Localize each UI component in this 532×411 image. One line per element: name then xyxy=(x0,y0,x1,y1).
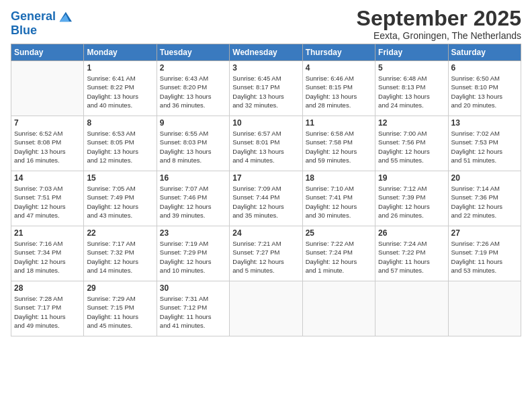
day-info: Sunrise: 6:43 AM Sunset: 8:20 PM Dayligh… xyxy=(160,74,226,109)
day-info: Sunrise: 7:21 AM Sunset: 7:27 PM Dayligh… xyxy=(232,239,299,275)
calendar-cell xyxy=(230,281,302,336)
calendar-cell: 22Sunrise: 7:17 AM Sunset: 7:32 PM Dayli… xyxy=(84,226,157,281)
calendar-cell: 10Sunrise: 6:57 AM Sunset: 8:01 PM Dayli… xyxy=(230,116,302,171)
logo: General Blue xyxy=(11,9,72,38)
day-number: 13 xyxy=(451,118,518,128)
day-number: 27 xyxy=(451,228,518,238)
day-info: Sunrise: 6:53 AM Sunset: 8:05 PM Dayligh… xyxy=(87,129,153,165)
day-info: Sunrise: 7:31 AM Sunset: 7:12 PM Dayligh… xyxy=(160,294,226,330)
day-number: 7 xyxy=(14,118,81,128)
day-info: Sunrise: 6:41 AM Sunset: 8:22 PM Dayligh… xyxy=(87,74,153,109)
calendar-cell: 20Sunrise: 7:14 AM Sunset: 7:36 PM Dayli… xyxy=(448,171,521,226)
day-number: 12 xyxy=(378,118,445,128)
calendar-header-row: SundayMondayTuesdayWednesdayThursdayFrid… xyxy=(11,44,521,61)
calendar-cell xyxy=(448,281,521,336)
header: General Blue September 2025 Eexta, Groni… xyxy=(11,7,521,41)
location: Eexta, Groningen, The Netherlands xyxy=(357,30,521,41)
calendar-cell: 14Sunrise: 7:03 AM Sunset: 7:51 PM Dayli… xyxy=(11,171,84,226)
day-number: 1 xyxy=(87,63,153,73)
calendar-cell: 16Sunrise: 7:07 AM Sunset: 7:46 PM Dayli… xyxy=(157,171,229,226)
day-info: Sunrise: 6:50 AM Sunset: 8:10 PM Dayligh… xyxy=(451,74,518,109)
calendar-cell: 13Sunrise: 7:02 AM Sunset: 7:53 PM Dayli… xyxy=(448,116,521,171)
calendar-cell: 15Sunrise: 7:05 AM Sunset: 7:49 PM Dayli… xyxy=(84,171,157,226)
calendar-cell: 6Sunrise: 6:50 AM Sunset: 8:10 PM Daylig… xyxy=(448,61,521,116)
day-number: 19 xyxy=(378,173,445,183)
calendar-week-3: 14Sunrise: 7:03 AM Sunset: 7:51 PM Dayli… xyxy=(11,171,521,226)
calendar-week-1: 1Sunrise: 6:41 AM Sunset: 8:22 PM Daylig… xyxy=(11,61,521,116)
calendar-table: SundayMondayTuesdayWednesdayThursdayFrid… xyxy=(11,44,521,336)
logo-icon xyxy=(57,9,72,24)
calendar-cell: 18Sunrise: 7:10 AM Sunset: 7:41 PM Dayli… xyxy=(302,171,375,226)
calendar-week-5: 28Sunrise: 7:28 AM Sunset: 7:17 PM Dayli… xyxy=(11,281,521,336)
weekday-header-saturday: Saturday xyxy=(448,44,521,61)
calendar-cell: 17Sunrise: 7:09 AM Sunset: 7:44 PM Dayli… xyxy=(230,171,302,226)
day-info: Sunrise: 7:00 AM Sunset: 7:56 PM Dayligh… xyxy=(378,129,445,165)
day-info: Sunrise: 6:46 AM Sunset: 8:15 PM Dayligh… xyxy=(306,74,372,109)
day-number: 25 xyxy=(306,228,372,238)
calendar-cell: 25Sunrise: 7:22 AM Sunset: 7:24 PM Dayli… xyxy=(302,226,375,281)
calendar-cell: 19Sunrise: 7:12 AM Sunset: 7:39 PM Dayli… xyxy=(375,171,448,226)
day-info: Sunrise: 7:29 AM Sunset: 7:15 PM Dayligh… xyxy=(87,294,153,330)
calendar-cell: 12Sunrise: 7:00 AM Sunset: 7:56 PM Dayli… xyxy=(375,116,448,171)
day-number: 28 xyxy=(14,283,81,293)
day-info: Sunrise: 7:12 AM Sunset: 7:39 PM Dayligh… xyxy=(378,184,445,220)
day-info: Sunrise: 7:10 AM Sunset: 7:41 PM Dayligh… xyxy=(306,184,372,220)
day-info: Sunrise: 6:45 AM Sunset: 8:17 PM Dayligh… xyxy=(232,74,299,109)
title-block: September 2025 Eexta, Groningen, The Net… xyxy=(357,7,521,41)
calendar-cell: 1Sunrise: 6:41 AM Sunset: 8:22 PM Daylig… xyxy=(84,61,157,116)
calendar-week-4: 21Sunrise: 7:16 AM Sunset: 7:34 PM Dayli… xyxy=(11,226,521,281)
day-info: Sunrise: 7:28 AM Sunset: 7:17 PM Dayligh… xyxy=(14,294,81,330)
logo-blue-text: Blue xyxy=(11,24,72,38)
day-info: Sunrise: 7:03 AM Sunset: 7:51 PM Dayligh… xyxy=(14,184,81,220)
weekday-header-sunday: Sunday xyxy=(11,44,84,61)
calendar-cell: 23Sunrise: 7:19 AM Sunset: 7:29 PM Dayli… xyxy=(157,226,229,281)
calendar-cell: 8Sunrise: 6:53 AM Sunset: 8:05 PM Daylig… xyxy=(84,116,157,171)
day-info: Sunrise: 7:05 AM Sunset: 7:49 PM Dayligh… xyxy=(87,184,153,220)
day-number: 4 xyxy=(306,63,372,73)
page-container: General Blue September 2025 Eexta, Groni… xyxy=(0,0,532,342)
month-title: September 2025 xyxy=(357,7,521,30)
day-number: 9 xyxy=(160,118,226,128)
day-number: 16 xyxy=(160,173,226,183)
weekday-header-tuesday: Tuesday xyxy=(157,44,229,61)
day-info: Sunrise: 7:26 AM Sunset: 7:19 PM Dayligh… xyxy=(451,239,518,275)
day-info: Sunrise: 6:57 AM Sunset: 8:01 PM Dayligh… xyxy=(232,129,299,165)
day-number: 10 xyxy=(232,118,299,128)
day-info: Sunrise: 7:19 AM Sunset: 7:29 PM Dayligh… xyxy=(160,239,226,275)
day-info: Sunrise: 7:16 AM Sunset: 7:34 PM Dayligh… xyxy=(14,239,81,275)
calendar-cell: 2Sunrise: 6:43 AM Sunset: 8:20 PM Daylig… xyxy=(157,61,229,116)
day-number: 14 xyxy=(14,173,81,183)
day-number: 2 xyxy=(160,63,226,73)
calendar-cell: 26Sunrise: 7:24 AM Sunset: 7:22 PM Dayli… xyxy=(375,226,448,281)
day-number: 6 xyxy=(451,63,518,73)
day-info: Sunrise: 7:24 AM Sunset: 7:22 PM Dayligh… xyxy=(378,239,445,275)
day-number: 18 xyxy=(306,173,372,183)
day-number: 15 xyxy=(87,173,153,183)
day-number: 17 xyxy=(232,173,299,183)
day-info: Sunrise: 7:02 AM Sunset: 7:53 PM Dayligh… xyxy=(451,129,518,165)
day-info: Sunrise: 7:17 AM Sunset: 7:32 PM Dayligh… xyxy=(87,239,153,275)
day-number: 29 xyxy=(87,283,153,293)
calendar-cell: 28Sunrise: 7:28 AM Sunset: 7:17 PM Dayli… xyxy=(11,281,84,336)
calendar-cell: 27Sunrise: 7:26 AM Sunset: 7:19 PM Dayli… xyxy=(448,226,521,281)
calendar-week-2: 7Sunrise: 6:52 AM Sunset: 8:08 PM Daylig… xyxy=(11,116,521,171)
calendar-cell: 11Sunrise: 6:58 AM Sunset: 7:58 PM Dayli… xyxy=(302,116,375,171)
weekday-header-wednesday: Wednesday xyxy=(230,44,302,61)
day-number: 26 xyxy=(378,228,445,238)
day-info: Sunrise: 6:48 AM Sunset: 8:13 PM Dayligh… xyxy=(378,74,445,109)
calendar-cell: 7Sunrise: 6:52 AM Sunset: 8:08 PM Daylig… xyxy=(11,116,84,171)
calendar-cell: 21Sunrise: 7:16 AM Sunset: 7:34 PM Dayli… xyxy=(11,226,84,281)
day-info: Sunrise: 7:22 AM Sunset: 7:24 PM Dayligh… xyxy=(306,239,372,275)
calendar-cell: 24Sunrise: 7:21 AM Sunset: 7:27 PM Dayli… xyxy=(230,226,302,281)
calendar-cell: 9Sunrise: 6:55 AM Sunset: 8:03 PM Daylig… xyxy=(157,116,229,171)
calendar-cell xyxy=(302,281,375,336)
day-number: 21 xyxy=(14,228,81,238)
day-info: Sunrise: 6:52 AM Sunset: 8:08 PM Dayligh… xyxy=(14,129,81,165)
day-info: Sunrise: 7:09 AM Sunset: 7:44 PM Dayligh… xyxy=(232,184,299,220)
day-number: 23 xyxy=(160,228,226,238)
calendar-cell: 30Sunrise: 7:31 AM Sunset: 7:12 PM Dayli… xyxy=(157,281,229,336)
day-info: Sunrise: 7:14 AM Sunset: 7:36 PM Dayligh… xyxy=(451,184,518,220)
day-number: 8 xyxy=(87,118,153,128)
day-number: 22 xyxy=(87,228,153,238)
calendar-cell: 29Sunrise: 7:29 AM Sunset: 7:15 PM Dayli… xyxy=(84,281,157,336)
